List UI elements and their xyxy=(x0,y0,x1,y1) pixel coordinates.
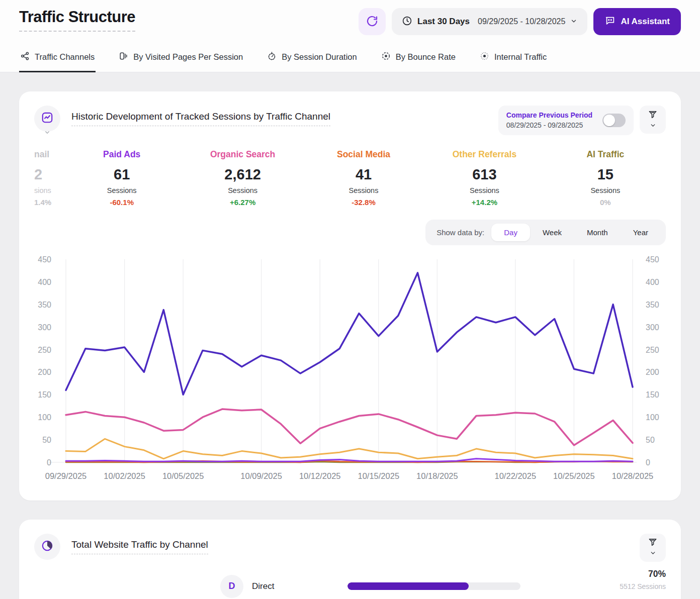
granularity-month[interactable]: Month xyxy=(574,224,621,241)
show-data-by-label: Show data by: xyxy=(436,228,484,237)
tab-traffic-channels[interactable]: Traffic Channels xyxy=(19,45,96,72)
svg-text:300: 300 xyxy=(38,323,51,331)
tab-internal-traffic[interactable]: Internal Traffic xyxy=(479,45,548,72)
stat-column-social-media[interactable]: Social Media 41 Sessions -32.8% xyxy=(303,149,424,207)
svg-text:200: 200 xyxy=(646,368,659,376)
sessions-line-chart[interactable]: 09/29/202510/02/202510/05/202510/09/2025… xyxy=(34,254,666,486)
stat-column-paid-ads[interactable]: Paid Ads 61 Sessions -60.1% xyxy=(61,149,182,207)
stat-column-clipped-email[interactable]: nail 2 sions 1.4% xyxy=(34,149,61,207)
svg-text:250: 250 xyxy=(646,345,659,354)
stat-column-ai-traffic[interactable]: AI Traffic 15 Sessions 0% xyxy=(545,149,666,207)
svg-text:300: 300 xyxy=(646,323,659,331)
stat-column-other-referrals[interactable]: Other Referrals 613 Sessions +14.2% xyxy=(424,149,545,207)
filter-icon xyxy=(648,110,658,121)
chevron-down-icon xyxy=(650,550,656,558)
chat-icon xyxy=(604,15,616,29)
svg-text:10/28/2025: 10/28/2025 xyxy=(612,471,654,480)
svg-text:0: 0 xyxy=(47,458,51,467)
card-title-traffic-by-channel: Total Website Traffic by Channel xyxy=(71,539,208,554)
date-range-selector[interactable]: Last 30 Days 09/29/2025 - 10/28/2025 xyxy=(392,8,587,35)
pie-chart-icon-bubble[interactable] xyxy=(34,534,60,560)
svg-text:250: 250 xyxy=(38,345,51,354)
granularity-day[interactable]: Day xyxy=(491,224,530,241)
svg-text:0: 0 xyxy=(646,458,650,467)
svg-text:400: 400 xyxy=(646,277,659,286)
channel-stats-row: nail 2 sions 1.4% Paid Ads 61 Sessions -… xyxy=(34,149,666,207)
svg-text:350: 350 xyxy=(38,300,51,309)
svg-text:10/09/2025: 10/09/2025 xyxy=(240,471,282,480)
card-title-sessions: Historic Development of Tracked Sessions… xyxy=(71,111,330,126)
svg-text:150: 150 xyxy=(646,390,659,399)
granularity-year[interactable]: Year xyxy=(621,224,661,241)
svg-text:100: 100 xyxy=(646,413,659,422)
filter-icon xyxy=(648,537,658,549)
channel-percent: 70% xyxy=(520,569,666,579)
compare-range: 08/29/2025 - 09/28/2025 xyxy=(506,120,592,130)
clock-icon xyxy=(402,16,412,28)
filter-button[interactable] xyxy=(640,106,666,134)
stopwatch-icon xyxy=(267,51,277,63)
chevron-down-icon xyxy=(44,129,51,138)
compare-label: Compare Previous Period xyxy=(506,110,592,120)
svg-text:10/15/2025: 10/15/2025 xyxy=(358,471,399,480)
stat-column-organic-search[interactable]: Organic Search 2,612 Sessions +6.27% xyxy=(182,149,303,207)
blur-dot-icon xyxy=(480,51,489,63)
svg-text:350: 350 xyxy=(646,300,659,309)
svg-text:10/22/2025: 10/22/2025 xyxy=(495,471,537,480)
date-range-value: 09/29/2025 - 10/28/2025 xyxy=(478,17,565,26)
line-chart-icon xyxy=(41,111,54,126)
chevron-down-icon xyxy=(570,18,577,26)
channel-label: Direct xyxy=(252,581,274,591)
date-range-label: Last 30 Days xyxy=(417,17,470,27)
ai-assistant-button[interactable]: AI Assistant xyxy=(593,8,681,35)
tab-visited-pages-per-session[interactable]: By Visited Pages Per Session xyxy=(118,45,244,72)
tab-session-duration[interactable]: By Session Duration xyxy=(266,45,358,72)
network-icon xyxy=(20,51,30,63)
svg-text:10/12/2025: 10/12/2025 xyxy=(299,471,341,480)
svg-text:450: 450 xyxy=(646,255,659,264)
target-icon xyxy=(381,51,391,63)
compare-toggle[interactable] xyxy=(602,114,626,127)
svg-text:10/25/2025: 10/25/2025 xyxy=(553,471,595,480)
tab-bar: Traffic Channels By Visited Pages Per Se… xyxy=(0,45,700,72)
filter-button[interactable] xyxy=(640,534,666,562)
svg-text:400: 400 xyxy=(38,277,51,286)
page-title: Traffic Structure xyxy=(19,8,135,32)
svg-text:450: 450 xyxy=(38,255,51,264)
svg-text:150: 150 xyxy=(38,390,51,399)
granularity-week[interactable]: Week xyxy=(530,224,574,241)
pie-chart-icon xyxy=(41,539,54,554)
svg-text:50: 50 xyxy=(646,436,655,444)
chevron-down-icon xyxy=(650,122,656,130)
channel-share-bar xyxy=(347,582,520,590)
svg-text:10/18/2025: 10/18/2025 xyxy=(416,471,458,480)
svg-text:50: 50 xyxy=(42,436,51,444)
tab-bounce-rate[interactable]: By Bounce Rate xyxy=(380,45,457,72)
svg-text:09/29/2025: 09/29/2025 xyxy=(45,471,87,480)
show-data-by-switcher: Show data by: Day Week Month Year xyxy=(425,220,666,245)
sessions-by-channel-card: Historic Development of Tracked Sessions… xyxy=(19,91,681,501)
svg-text:10/05/2025: 10/05/2025 xyxy=(162,471,204,480)
channel-sessions-clipped: 5512 Sessions xyxy=(520,582,666,590)
compare-previous-period: Compare Previous Period 08/29/2025 - 09/… xyxy=(498,106,634,135)
svg-text:200: 200 xyxy=(38,368,51,376)
top-bar: Traffic Structure Last 30 Days 09/29/202… xyxy=(0,0,700,35)
refresh-button[interactable] xyxy=(359,8,386,35)
svg-text:10/02/2025: 10/02/2025 xyxy=(104,471,145,480)
refresh-icon xyxy=(366,15,378,29)
line-chart-icon-bubble[interactable] xyxy=(34,106,60,132)
channel-row-direct[interactable]: D Direct 70% 5512 Sessions xyxy=(34,575,666,598)
pages-columns-icon xyxy=(119,51,128,63)
traffic-by-channel-card: Total Website Traffic by Channel D Direc… xyxy=(19,520,681,599)
channel-avatar: D xyxy=(220,575,243,598)
svg-text:100: 100 xyxy=(38,413,51,422)
